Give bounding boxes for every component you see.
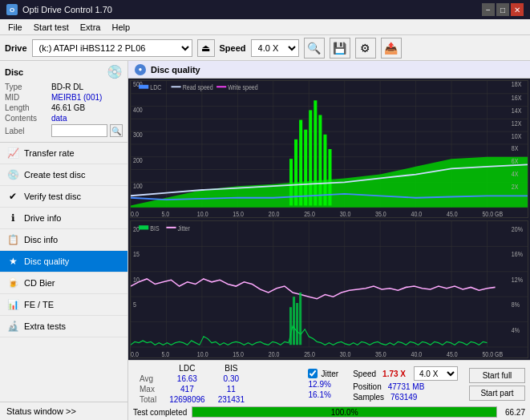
sidebar-item-cd-bier-label: CD Bier [24, 278, 55, 288]
menu-extra[interactable]: Extra [75, 22, 106, 33]
stats-row: LDC BIS Avg 16.63 0.30 Max 417 11 [133, 363, 525, 405]
maximize-button[interactable]: □ [496, 3, 509, 16]
svg-rect-103 [139, 225, 148, 229]
speed-selector[interactable]: 4.0 X [251, 39, 299, 57]
svg-text:15.0: 15.0 [233, 210, 244, 217]
disc-quality-header-icon: ● [135, 64, 146, 75]
jitter-avg-val: 12.9% [308, 380, 330, 389]
settings-icon-button[interactable]: ⚙ [355, 38, 376, 59]
disc-label-row: Label 🔍 [5, 124, 123, 137]
titlebar: O Opti Drive Control 1.70 − □ ✕ [0, 0, 530, 19]
drive-label: Drive [5, 43, 27, 53]
svg-rect-80 [293, 297, 295, 345]
speed-dropdown[interactable]: 4.0 X [414, 366, 458, 381]
close-button[interactable]: ✕ [511, 3, 524, 16]
total-label: Total [133, 394, 163, 405]
status-text: Test completed [133, 408, 187, 417]
drive-selector[interactable]: (k:) ATAPI iHBS112 2 PL06 [32, 39, 192, 57]
svg-text:5: 5 [133, 301, 136, 309]
svg-rect-24 [299, 120, 302, 206]
start-full-button[interactable]: Start full [469, 368, 525, 383]
svg-text:30.0: 30.0 [340, 210, 351, 217]
menu-file[interactable]: File [3, 22, 27, 33]
jitter-checkbox[interactable] [308, 369, 318, 378]
start-part-button[interactable]: Start part [469, 386, 525, 401]
avg-ldc: 16.63 [163, 374, 212, 384]
stats-max-row: Max 417 11 [133, 384, 251, 394]
speed-display-row: Speed 1.73 X 4.0 X [353, 366, 458, 381]
svg-rect-30 [328, 149, 331, 205]
svg-text:45.0: 45.0 [447, 210, 458, 217]
disc-length-key: Length [5, 103, 51, 112]
progress-extra-val: 66.27 [505, 408, 525, 417]
disc-type-val: BD-R DL [51, 83, 83, 91]
svg-text:8%: 8% [512, 301, 520, 309]
drive-info-icon: ℹ [6, 212, 19, 224]
sidebar-item-drive-info[interactable]: ℹ Drive info [0, 208, 127, 229]
svg-text:35.0: 35.0 [375, 350, 386, 357]
disc-quality-header: ● Disc quality [128, 61, 530, 79]
menu-help[interactable]: Help [107, 22, 135, 33]
svg-text:25.0: 25.0 [304, 350, 315, 357]
sidebar-item-verify-test-disc-label: Verify test disc [24, 192, 81, 201]
svg-text:50.0 GB: 50.0 GB [482, 350, 503, 357]
svg-text:30.0: 30.0 [340, 350, 351, 357]
svg-text:4%: 4% [512, 326, 520, 334]
disc-label-input[interactable] [51, 124, 107, 137]
speed-position-section: Speed 1.73 X 4.0 X Position 47731 MB Sam… [353, 366, 458, 402]
sidebar-item-transfer-rate[interactable]: 📈 Transfer rate [0, 143, 127, 164]
svg-rect-56 [139, 85, 148, 89]
svg-text:10X: 10X [512, 132, 522, 140]
svg-text:45.0: 45.0 [447, 350, 458, 357]
drive-toolbar: Drive (k:) ATAPI iHBS112 2 PL06 ⏏ Speed … [0, 35, 530, 61]
sidebar-item-extra-tests[interactable]: 🔬 Extra tests [0, 316, 127, 337]
ldc-header: LDC [163, 363, 212, 374]
main-layout: Disc 💿 Type BD-R DL MID MEIRB1 (001) Len… [0, 61, 530, 420]
svg-text:10.0: 10.0 [197, 350, 208, 357]
sidebar-item-verify-test-disc[interactable]: ✔ Verify test disc [0, 186, 127, 208]
svg-text:Read speed: Read speed [183, 83, 213, 91]
jitter-label: Jitter [321, 370, 338, 378]
sidebar-item-cd-bier[interactable]: 🍺 CD Bier [0, 273, 127, 294]
status-window-button[interactable]: Status window >> [0, 402, 127, 420]
save-icon-button[interactable]: 💾 [330, 38, 350, 59]
svg-text:BIS: BIS [150, 224, 160, 232]
speed-display-val: 1.73 X [382, 370, 406, 378]
sidebar-item-fe-te[interactable]: 📊 FE / TE [0, 294, 127, 316]
bottom-stats-panel: LDC BIS Avg 16.63 0.30 Max 417 11 [128, 360, 530, 420]
svg-rect-25 [304, 130, 307, 206]
total-ldc: 12698096 [163, 394, 212, 405]
transfer-rate-icon: 📈 [6, 147, 19, 160]
svg-text:LDC: LDC [150, 83, 161, 91]
jitter-section: Jitter 12.9% 16.1% [308, 369, 338, 399]
sidebar-item-transfer-rate-label: Transfer rate [24, 148, 75, 158]
disc-mid-key: MID [5, 93, 51, 102]
verify-test-disc-icon: ✔ [6, 190, 19, 203]
cd-bier-icon: 🍺 [6, 277, 19, 289]
fe-te-icon: 📊 [6, 298, 19, 311]
ldc-bis-table: LDC BIS Avg 16.63 0.30 Max 417 11 [133, 363, 300, 405]
avg-label: Avg [133, 374, 163, 384]
max-label: Max [133, 384, 163, 394]
sidebar-item-create-test-disc[interactable]: 💿 Create test disc [0, 164, 127, 186]
progress-bar-container: 100.0% [192, 406, 497, 418]
eject-button[interactable]: ⏏ [197, 39, 215, 57]
svg-text:50.0 GB: 50.0 GB [482, 210, 503, 217]
svg-text:15.0: 15.0 [233, 350, 244, 357]
scan-icon-button[interactable]: 🔍 [304, 38, 325, 59]
minimize-button[interactable]: − [482, 3, 495, 16]
export-icon-button[interactable]: 📤 [381, 38, 402, 59]
content-area: ● Disc quality [128, 61, 530, 420]
chart1-ldc-speed: 500 400 300 200 100 18X 16X 14X 12X 10X … [130, 80, 528, 218]
svg-text:10: 10 [133, 276, 140, 284]
svg-text:400: 400 [133, 106, 143, 114]
menu-start-test[interactable]: Start test [29, 22, 74, 33]
menubar: File Start test Extra Help [0, 19, 530, 35]
disc-label-input-row: 🔍 [51, 124, 123, 137]
sidebar-item-disc-quality[interactable]: ★ Disc quality [0, 251, 127, 273]
stats-total-row: Total 12698096 231431 [133, 394, 251, 405]
svg-text:16%: 16% [512, 251, 523, 259]
sidebar-item-disc-info[interactable]: 📋 Disc info [0, 229, 127, 251]
sidebar-item-fe-te-label: FE / TE [24, 300, 54, 309]
disc-label-browse-button[interactable]: 🔍 [110, 124, 123, 137]
